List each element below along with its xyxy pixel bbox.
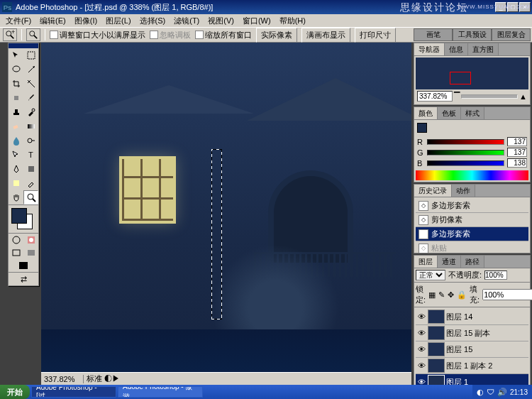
brush-tool[interactable] [23, 91, 38, 105]
color-ramp[interactable] [416, 170, 528, 180]
menu-layer[interactable]: 图层(L) [101, 14, 135, 28]
tray-icon[interactable]: ◐ [477, 388, 484, 397]
lock-transparent-icon[interactable]: ▦ [428, 290, 436, 300]
layer-row[interactable]: 👁图层 1 副本 2 [416, 358, 528, 374]
tab-histogram[interactable]: 直方图 [468, 43, 499, 55]
menu-select[interactable]: 选择(S) [135, 14, 170, 28]
tab-layers[interactable]: 图层 [414, 256, 438, 268]
foreground-color[interactable] [11, 208, 27, 224]
crop-tool[interactable] [9, 77, 23, 91]
history-item[interactable]: ◇多边形套索 [416, 227, 528, 241]
screenmode-1[interactable] [9, 246, 23, 259]
system-tray[interactable]: ◐ 🛡 🔊 21:13 [472, 385, 532, 399]
tab-navigator[interactable]: 导航器 [414, 43, 445, 55]
status-menu-icon[interactable]: ◐▶ [104, 374, 120, 383]
layer-comps-tab[interactable]: 图层复合 [492, 28, 531, 41]
slider-g[interactable] [427, 150, 504, 155]
print-size-button[interactable]: 打印尺寸 [355, 28, 396, 43]
zoom-out-icon[interactable]: ▔ [454, 92, 460, 101]
history-item[interactable]: ◇粘贴 [416, 241, 528, 253]
clock[interactable]: 21:13 [510, 388, 528, 396]
tab-styles[interactable]: 样式 [461, 107, 484, 119]
eyedropper-tool[interactable] [23, 176, 38, 190]
menu-help[interactable]: 帮助(H) [275, 14, 310, 28]
blur-tool[interactable] [9, 133, 23, 148]
pen-tool[interactable] [9, 162, 23, 176]
lasso-tool[interactable] [9, 62, 23, 77]
resize-window-checkbox[interactable]: 调整窗口大小以满屏显示 [50, 30, 145, 40]
slider-b[interactable] [427, 160, 504, 166]
fit-screen-button[interactable]: 满画布显示 [301, 28, 350, 43]
lock-all-icon[interactable]: 🔒 [457, 290, 467, 300]
tab-history[interactable]: 历史记录 [414, 185, 452, 197]
layer-row[interactable]: 👁图层 15 [416, 341, 528, 358]
blend-mode-select[interactable]: 正常 [416, 270, 445, 280]
navigator-zoom[interactable]: 337.82% [417, 91, 453, 102]
heal-tool[interactable] [9, 91, 23, 105]
hand-tool[interactable] [9, 190, 23, 204]
notes-tool[interactable] [9, 176, 23, 190]
type-tool[interactable]: T [23, 148, 38, 162]
tab-color[interactable]: 颜色 [414, 107, 438, 119]
visibility-icon[interactable]: 👁 [416, 344, 426, 354]
tool-presets-tab[interactable]: 工具预设 [453, 28, 492, 41]
navigator-thumbnail[interactable] [416, 58, 528, 89]
tab-swatches[interactable]: 色板 [438, 107, 461, 119]
screenmode-2[interactable] [23, 246, 38, 259]
visibility-icon[interactable]: 👁 [416, 312, 426, 322]
jump-to-imageready[interactable]: ⇄ [9, 273, 38, 285]
value-g[interactable]: 137 [507, 148, 527, 157]
current-tool-indicator[interactable]: + [3, 28, 17, 41]
layer-row[interactable]: 👁图层 15 副本 [416, 325, 528, 341]
tab-info[interactable]: 信息 [445, 43, 468, 55]
dodge-tool[interactable] [23, 133, 38, 148]
fill-input[interactable] [482, 289, 532, 300]
stamp-tool[interactable] [9, 105, 23, 119]
menu-filter[interactable]: 滤镜(T) [170, 14, 204, 28]
quickmask-off[interactable] [9, 234, 23, 246]
menu-image[interactable]: 图像(I) [70, 14, 101, 28]
document-canvas[interactable] [41, 43, 411, 372]
menu-edit[interactable]: 编辑(E) [35, 14, 70, 28]
lock-position-icon[interactable]: ✥ [448, 290, 454, 300]
toolbox-titlebar[interactable] [9, 43, 38, 48]
brushes-tab[interactable]: 画笔 [414, 28, 453, 41]
ignore-palettes-checkbox[interactable]: 忽略调板 [150, 30, 191, 40]
actual-pixels-button[interactable]: 实际像素 [256, 28, 297, 43]
marquee-tool[interactable] [23, 48, 38, 62]
zoom-slider[interactable] [461, 94, 518, 99]
tray-icon[interactable]: 🛡 [487, 388, 494, 396]
wand-tool[interactable] [23, 62, 38, 77]
tab-paths[interactable]: 路径 [461, 256, 484, 268]
shape-tool[interactable] [23, 162, 38, 176]
quickmask-on[interactable] [23, 234, 38, 246]
zoom-field[interactable]: 337.82% [41, 375, 84, 383]
lock-pixels-icon[interactable]: ✎ [438, 290, 445, 300]
value-r[interactable]: 137 [507, 137, 527, 146]
visibility-icon[interactable]: 👁 [416, 361, 426, 371]
path-tool[interactable] [9, 148, 23, 162]
zoom-tool[interactable] [23, 190, 38, 204]
slider-r[interactable] [427, 139, 504, 145]
start-button[interactable]: 开始 [0, 385, 30, 399]
gradient-tool[interactable] [23, 119, 38, 133]
taskbar-item[interactable]: Adobe Photoshop - 傲游... [118, 386, 203, 398]
slice-tool[interactable] [23, 77, 38, 91]
history-item[interactable]: ◇剪切像素 [416, 213, 528, 227]
zoom-in-nav-icon[interactable]: ▲ [519, 92, 527, 101]
value-b[interactable]: 138 [507, 158, 527, 168]
history-brush-tool[interactable] [23, 105, 38, 119]
screenmode-3[interactable] [9, 259, 38, 272]
eraser-tool[interactable] [9, 119, 23, 133]
tab-actions[interactable]: 动作 [452, 185, 475, 197]
taskbar-item[interactable]: Adobe Photoshop - [过... [31, 386, 116, 398]
menu-view[interactable]: 视图(V) [204, 14, 238, 28]
visibility-icon[interactable]: 👁 [416, 328, 426, 338]
opacity-input[interactable] [484, 270, 507, 280]
zoom-in-icon[interactable] [26, 28, 40, 41]
zoom-all-checkbox[interactable]: 缩放所有窗口 [195, 30, 252, 40]
menu-file[interactable]: 文件(F) [1, 14, 35, 28]
history-item[interactable]: ◇多边形套索 [416, 199, 528, 213]
layer-row[interactable]: 👁图层 14 [416, 309, 528, 325]
move-tool[interactable] [9, 48, 23, 62]
